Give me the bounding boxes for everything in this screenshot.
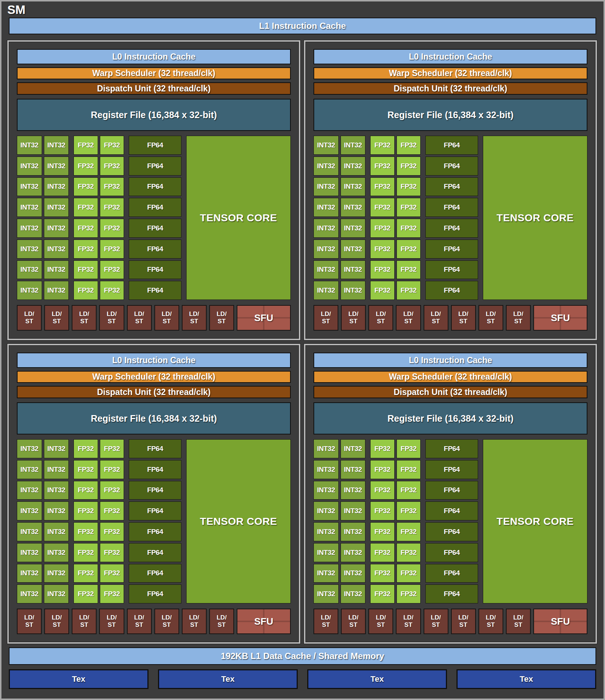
fp32-core: FP32 <box>397 281 421 300</box>
dispatch-unit-bar: Dispatch Unit (32 thread/clk) <box>313 386 587 398</box>
int32-core: INT32 <box>313 460 339 479</box>
int32-core: INT32 <box>313 584 339 603</box>
fp64-core: FP64 <box>129 177 181 196</box>
int32-core: INT32 <box>44 564 69 583</box>
ldst-label-line2: ST <box>349 318 357 325</box>
fp64-core: FP64 <box>425 281 478 300</box>
fp32-core: FP32 <box>397 240 421 259</box>
l0-instruction-cache-bar: L0 Instruction Cache <box>17 353 291 368</box>
l0-instruction-cache-bar: L0 Instruction Cache <box>313 353 587 368</box>
int32-core: INT32 <box>341 136 366 155</box>
fp32-core: FP32 <box>397 157 421 176</box>
fp32-core: FP32 <box>74 481 98 500</box>
fp64-core: FP64 <box>129 584 181 603</box>
ldst-sfu-row: LD/STLD/STLD/STLD/STLD/STLD/STLD/STLD/ST… <box>17 609 291 634</box>
fp32-column: FP32FP32FP32FP32FP32FP32FP32FP32FP32FP32… <box>74 136 124 300</box>
fp64-core: FP64 <box>129 460 181 479</box>
fp64-core: FP64 <box>425 198 478 217</box>
tex-unit: Tex <box>456 669 596 689</box>
int32-core: INT32 <box>44 219 69 238</box>
fp64-core: FP64 <box>129 439 181 458</box>
ldst-label-line1: LD/ <box>321 311 331 318</box>
ldst-unit: LD/ST <box>313 305 338 331</box>
ldst-label-line1: LD/ <box>431 311 441 318</box>
dispatch-unit-bar: Dispatch Unit (32 thread/clk) <box>313 82 587 95</box>
ldst-sfu-row: LD/STLD/STLD/STLD/STLD/STLD/STLD/STLD/ST… <box>313 609 587 634</box>
fp32-core: FP32 <box>370 481 395 500</box>
fp64-core: FP64 <box>425 260 478 279</box>
fp32-core: FP32 <box>74 198 98 217</box>
fp32-core: FP32 <box>370 439 395 458</box>
ldst-sfu-row: LD/STLD/STLD/STLD/STLD/STLD/STLD/STLD/ST… <box>17 305 291 331</box>
int32-column: INT32INT32INT32INT32INT32INT32INT32INT32… <box>17 439 69 603</box>
int32-core: INT32 <box>313 157 339 176</box>
sm-architecture-diagram: SM L1 Instruction Cache L0 Instruction C… <box>0 0 605 700</box>
int32-core: INT32 <box>341 157 366 176</box>
int32-core: INT32 <box>44 501 69 520</box>
int32-core: INT32 <box>17 198 42 217</box>
core-grid: INT32INT32INT32INT32INT32INT32INT32INT32… <box>313 136 587 300</box>
int32-core: INT32 <box>17 240 42 259</box>
fp32-core: FP32 <box>370 240 395 259</box>
ldst-label-line1: LD/ <box>52 614 61 621</box>
fp64-core: FP64 <box>425 564 478 583</box>
warp-scheduler-bar: Warp Scheduler (32 thread/clk) <box>17 67 291 79</box>
int32-core: INT32 <box>313 543 339 562</box>
int32-core: INT32 <box>341 177 366 196</box>
int32-core: INT32 <box>313 198 339 217</box>
dispatch-unit-bar: Dispatch Unit (32 thread/clk) <box>17 82 291 95</box>
ldst-label-line1: LD/ <box>107 614 117 621</box>
ldst-unit: LD/ST <box>17 305 42 331</box>
fp64-core: FP64 <box>425 543 478 562</box>
int32-core: INT32 <box>313 564 339 583</box>
sfu-unit: SFU <box>237 305 291 331</box>
int32-column: INT32INT32INT32INT32INT32INT32INT32INT32… <box>17 136 69 300</box>
tensor-core-block: TENSOR CORE <box>186 439 291 603</box>
int32-core: INT32 <box>313 439 339 458</box>
fp64-core: FP64 <box>129 522 181 541</box>
ldst-label-line2: ST <box>80 621 88 629</box>
ldst-unit: LD/ST <box>17 609 42 634</box>
ldst-label-line1: LD/ <box>486 614 496 621</box>
fp32-core: FP32 <box>397 136 421 155</box>
fp64-core: FP64 <box>129 240 181 259</box>
fp64-core: FP64 <box>129 157 181 176</box>
ldst-label-line1: LD/ <box>403 311 413 318</box>
ldst-label-line1: LD/ <box>24 311 34 318</box>
tensor-core-block: TENSOR CORE <box>483 136 587 300</box>
ldst-unit: LD/ST <box>478 305 503 331</box>
sm-partition: L0 Instruction Cache Warp Scheduler (32 … <box>7 40 300 340</box>
ldst-label-line2: ST <box>190 621 198 629</box>
int32-core: INT32 <box>17 564 42 583</box>
int32-core: INT32 <box>341 460 366 479</box>
int32-column: INT32INT32INT32INT32INT32INT32INT32INT32… <box>313 136 365 300</box>
fp32-core: FP32 <box>397 564 421 583</box>
int32-core: INT32 <box>17 460 42 479</box>
ldst-label-line1: LD/ <box>217 614 226 621</box>
ldst-label-line1: LD/ <box>134 614 144 621</box>
fp32-core: FP32 <box>74 501 98 520</box>
ldst-label-line2: ST <box>80 318 88 325</box>
ldst-unit: LD/ST <box>424 305 448 331</box>
warp-scheduler-bar: Warp Scheduler (32 thread/clk) <box>313 67 587 79</box>
ldst-unit: LD/ST <box>368 609 393 634</box>
fp32-core: FP32 <box>100 260 124 279</box>
dispatch-unit-bar: Dispatch Unit (32 thread/clk) <box>17 386 291 398</box>
int32-core: INT32 <box>44 240 69 259</box>
l0-instruction-cache-bar: L0 Instruction Cache <box>313 49 587 64</box>
ldst-label-line1: LD/ <box>348 614 358 621</box>
ldst-label-line2: ST <box>377 318 385 325</box>
tex-unit: Tex <box>158 669 298 689</box>
ldst-label-line2: ST <box>405 318 413 325</box>
int32-core: INT32 <box>313 501 339 520</box>
ldst-unit: LD/ST <box>396 609 421 634</box>
fp64-core: FP64 <box>129 564 181 583</box>
fp32-core: FP32 <box>397 522 421 541</box>
register-file-bar: Register File (16,384 x 32-bit) <box>313 402 587 434</box>
l0-instruction-cache-bar: L0 Instruction Cache <box>17 49 291 64</box>
fp32-core: FP32 <box>100 439 124 458</box>
ldst-unit: LD/ST <box>451 305 476 331</box>
fp32-core: FP32 <box>370 543 395 562</box>
int32-core: INT32 <box>341 240 366 259</box>
fp32-core: FP32 <box>74 136 98 155</box>
